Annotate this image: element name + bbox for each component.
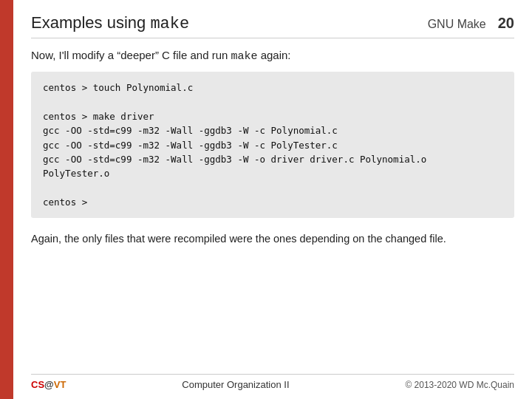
red-bar [0,0,13,399]
slide-title: Examples using make [31,13,189,33]
code-block: centos > touch Polynomial.c centos > mak… [31,72,514,218]
footer-left: CS@VT [31,379,66,390]
main-content: Examples using make GNU Make 20 Now, I'l… [13,0,532,399]
subtitle-before: Now, I'll modify a “deeper” C file and r… [31,49,231,61]
code-content: centos > touch Polynomial.c centos > mak… [43,81,502,209]
footer-center: Computer Organization II [182,379,289,390]
slide-number: 20 [498,15,514,32]
subtitle-code: make [231,50,257,63]
footer-vt: VT [54,379,66,390]
title-code: make [150,15,189,33]
subtitle-after: again: [258,49,291,61]
header-right: GNU Make 20 [428,15,514,32]
title-text: Examples using [31,13,150,32]
bottom-note: Again, the only files that were recompil… [31,233,514,245]
gnu-make-label: GNU Make [428,18,486,31]
footer: CS@VT Computer Organization II © 2013-20… [31,374,514,390]
subtitle: Now, I'll modify a “deeper” C file and r… [31,49,514,63]
footer-cs: CS [31,379,44,390]
slide-header: Examples using make GNU Make 20 [31,13,514,38]
footer-right: © 2013-2020 WD Mc.Quain [405,380,514,390]
footer-at: @ [44,379,54,390]
